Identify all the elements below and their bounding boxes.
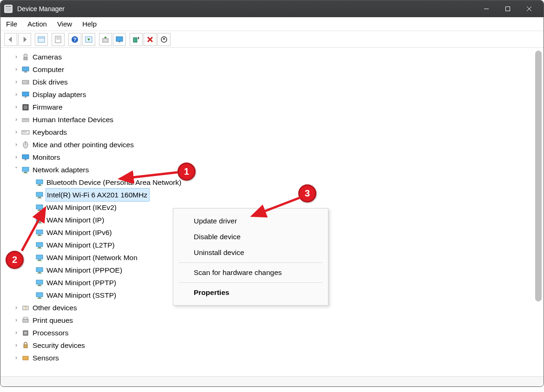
enable-button[interactable] [130,33,143,46]
svg-rect-6 [55,36,61,43]
tree-label: WAN Miniport (IKEv2) [46,201,117,214]
other-icon: ? [21,303,30,313]
help-button[interactable]: ? [68,33,81,46]
tree-node-net[interactable]: ˅Network adapters [12,163,544,176]
svg-rect-53 [36,217,43,222]
menu-action[interactable]: Action [27,20,47,28]
tree-label: Human Interface Devices [33,113,113,126]
update-driver-button[interactable] [99,33,112,46]
ctx-scan-hardware[interactable]: Scan for hardware changes [173,265,328,281]
expand-icon[interactable]: › [12,138,21,151]
tree-label: WAN Miniport (PPTP) [46,276,116,289]
show-hidden-button[interactable] [35,33,48,46]
svg-rect-15 [116,37,123,41]
expand-icon[interactable]: › [12,113,21,126]
security-icon [21,341,30,350]
svg-rect-64 [37,261,42,261]
expand-icon[interactable]: › [12,314,21,327]
tree-node-monitor[interactable]: ›Monitors [12,151,544,163]
svg-point-21 [24,54,27,58]
expand-icon[interactable]: › [12,63,21,76]
tree-node-hid[interactable]: ›Human Interface Devices [12,113,544,126]
ctx-uninstall-device[interactable]: Uninstall device [173,245,328,261]
tree-child-node[interactable]: Bluetooth Device (Personal Area Network) [26,176,544,189]
svg-rect-56 [36,230,43,234]
svg-rect-57 [38,235,41,235]
close-button[interactable] [518,0,540,17]
tree-node-print[interactable]: ›Print queues [12,314,544,327]
window-title: Device Manager [17,5,476,13]
uninstall-button[interactable] [144,33,157,46]
computer-icon [21,65,30,74]
menu-view[interactable]: View [57,20,72,28]
expand-icon[interactable]: › [12,352,21,364]
menu-help[interactable]: Help [82,20,97,28]
monitor-button[interactable] [113,33,126,46]
tree-node-computer[interactable]: ›Computer [12,63,544,76]
firmware-icon [21,103,30,112]
tree-label: Cameras [33,51,62,63]
expand-icon[interactable]: › [12,101,21,113]
ctx-properties[interactable]: Properties [173,285,328,301]
ctx-separator [179,262,322,263]
tree-node-firmware[interactable]: ›Firmware [12,101,544,113]
ctx-disable-device[interactable]: Disable device [173,229,328,245]
annotation-1: 1 [177,163,196,181]
device-manager-window: Device Manager File Action View Help ? ›… [0,0,544,387]
maximize-button[interactable] [497,0,518,17]
expand-icon[interactable]: › [12,151,21,163]
svg-rect-28 [25,97,26,98]
svg-rect-1 [506,7,510,11]
tree-node-keyboard[interactable]: ›Keyboards [12,126,544,138]
svg-rect-4 [38,37,45,42]
tree-label: Network adapters [33,163,89,176]
tree-node-display[interactable]: ›Display adapters [12,88,544,101]
ctx-update-driver[interactable]: Update driver [173,213,328,229]
svg-marker-14 [104,36,107,38]
expand-icon[interactable]: › [12,327,21,339]
tree-node-mouse[interactable]: ›Mice and other pointing devices [12,138,544,151]
tree-label: Display adapters [33,88,86,101]
tree-node-sensor[interactable]: ›Sensors [12,352,544,364]
sensor-icon [21,353,30,363]
network-adapter-icon [35,291,44,300]
svg-rect-40 [25,159,26,160]
expand-icon[interactable]: › [12,301,21,314]
svg-rect-61 [37,248,42,248]
view-button[interactable] [82,33,95,46]
svg-rect-72 [38,297,41,298]
forward-button[interactable] [18,33,31,46]
scrollbar[interactable] [535,51,542,301]
app-icon [4,5,13,13]
back-button[interactable] [4,33,17,46]
properties-button[interactable] [52,33,65,46]
expand-icon[interactable]: › [12,126,21,138]
tree-label: Mice and other pointing devices [33,138,134,151]
expand-icon[interactable]: › [12,76,21,88]
expand-icon[interactable]: › [12,339,21,352]
svg-rect-51 [38,209,41,210]
tree-node-cpu[interactable]: ›Processors [12,327,544,339]
tree-node-camera[interactable]: ›Cameras [12,51,544,63]
svg-rect-73 [37,298,42,299]
expand-icon[interactable]: › [12,51,21,63]
network-adapter-icon [35,253,44,262]
tree-node-security[interactable]: ›Security devices [12,339,544,352]
annotation-2: 2 [6,251,24,269]
tree-node-disk[interactable]: ›Disk drives [12,76,544,88]
tree-label: WAN Miniport (PPPOE) [46,264,122,276]
minimize-button[interactable] [476,0,497,17]
monitor-icon [21,153,30,162]
expand-icon[interactable]: › [12,88,21,101]
svg-rect-34 [23,131,24,132]
menu-file[interactable]: File [6,20,17,28]
svg-rect-45 [38,184,41,185]
expand-icon[interactable]: ˅ [12,163,21,176]
tree-label: Intel(R) Wi-Fi 6 AX201 160MHz [46,188,150,202]
svg-rect-79 [24,332,27,334]
svg-rect-41 [22,167,29,171]
scan-button[interactable] [157,33,170,46]
tree-label: Firmware [33,101,63,113]
tree-child-node[interactable]: Intel(R) Wi-Fi 6 AX201 160MHz [26,189,544,201]
ctx-separator [179,282,322,283]
